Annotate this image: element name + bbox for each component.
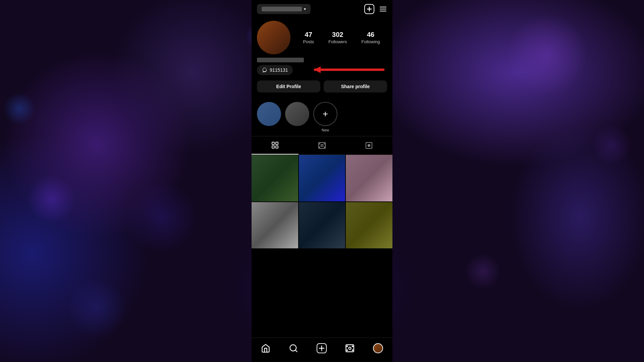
svg-point-14 [324, 143, 325, 144]
nav-profile-avatar [373, 343, 383, 353]
svg-rect-7 [272, 142, 274, 144]
svg-point-15 [319, 147, 320, 147]
tabs-row [252, 136, 392, 155]
bottom-nav [252, 338, 392, 362]
following-count: 46 [362, 31, 380, 39]
grid-cell-3[interactable] [346, 155, 392, 201]
add-post-button[interactable] [364, 4, 374, 14]
svg-line-20 [295, 350, 297, 352]
highlight-circle-2[interactable] [285, 102, 309, 126]
highlight-item-1[interactable] [257, 102, 281, 132]
svg-point-25 [347, 346, 347, 347]
profile-top: 47 Posts 302 Followers 46 Following [257, 21, 387, 54]
svg-marker-6 [314, 66, 321, 73]
grid-cell-6[interactable] [346, 202, 392, 249]
following-label: Following [362, 39, 380, 44]
username-row [257, 58, 387, 62]
nav-reels[interactable] [341, 342, 359, 355]
username-display [257, 58, 304, 62]
highlight-new-circle[interactable]: + [313, 102, 337, 126]
posts-stat[interactable]: 47 Posts [303, 31, 314, 44]
username-dropdown[interactable]: ▾ [257, 4, 311, 14]
grid-cell-4[interactable] [252, 202, 298, 249]
chevron-down-icon: ▾ [304, 7, 306, 11]
svg-point-24 [349, 347, 351, 350]
highlight-new[interactable]: + New [313, 102, 337, 132]
highlight-circle-1[interactable] [257, 102, 281, 126]
svg-point-27 [347, 350, 347, 351]
nav-home[interactable] [257, 342, 274, 355]
hamburger-menu-button[interactable] [379, 5, 387, 13]
followers-count: 302 [328, 31, 347, 39]
grid-cell-1[interactable] [252, 155, 298, 201]
svg-point-12 [321, 144, 323, 146]
svg-rect-10 [276, 146, 278, 148]
tab-reels[interactable] [299, 136, 345, 155]
threads-badge[interactable]: 9115131 [257, 65, 293, 75]
grid-cell-2[interactable] [299, 155, 345, 201]
followers-stat[interactable]: 302 Followers [328, 31, 347, 44]
nav-search[interactable] [285, 342, 302, 355]
threads-icon [262, 67, 268, 73]
top-bar: ▾ [252, 0, 392, 18]
nav-add-icon [317, 343, 327, 353]
svg-point-28 [352, 350, 353, 351]
grid-row-2 [252, 202, 392, 249]
nav-add[interactable] [313, 341, 331, 355]
grid-section [252, 155, 392, 338]
posts-count: 47 [303, 31, 314, 39]
tab-tagged[interactable] [345, 136, 392, 155]
svg-rect-8 [276, 142, 278, 144]
following-stat[interactable]: 46 Following [362, 31, 380, 44]
svg-point-26 [352, 346, 353, 347]
posts-label: Posts [303, 39, 314, 44]
nav-profile[interactable] [369, 341, 387, 355]
grid-row-1 [252, 155, 392, 201]
grid-cell-5[interactable] [299, 202, 345, 249]
avatar[interactable] [257, 21, 290, 54]
tab-grid[interactable] [252, 136, 299, 155]
svg-point-13 [319, 143, 320, 144]
share-profile-button[interactable]: Share profile [324, 80, 387, 93]
buttons-row: Edit Profile Share profile [257, 80, 387, 93]
top-icons [364, 4, 387, 14]
highlight-item-2[interactable] [285, 102, 309, 132]
username-placeholder [262, 7, 302, 11]
threads-count: 9115131 [270, 67, 288, 73]
stats-row: 47 Posts 302 Followers 46 Following [296, 31, 387, 44]
profile-section: 47 Posts 302 Followers 46 Following [252, 18, 392, 98]
highlight-plus-icon: + [323, 109, 328, 119]
phone-frame: ▾ [252, 0, 392, 362]
highlights-row: + New [252, 98, 392, 136]
svg-point-16 [324, 147, 325, 147]
svg-rect-9 [272, 146, 274, 148]
highlight-new-label: New [322, 128, 329, 132]
followers-label: Followers [328, 39, 347, 44]
edit-profile-button[interactable]: Edit Profile [257, 80, 320, 93]
red-arrow [301, 65, 384, 74]
avatar-wrap [257, 21, 290, 54]
